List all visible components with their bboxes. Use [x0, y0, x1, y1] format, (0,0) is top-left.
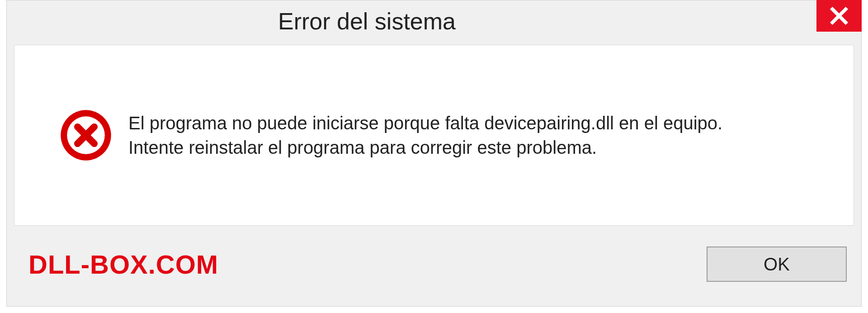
message-block: El programa no puede iniciarse porque fa…	[128, 111, 722, 160]
error-dialog: Error del sistema El programa no puede i…	[6, 0, 862, 307]
watermark-text: DLL-BOX.COM	[28, 249, 218, 280]
content-area: El programa no puede iniciarse porque fa…	[14, 45, 854, 226]
ok-button[interactable]: OK	[707, 247, 847, 282]
titlebar: Error del sistema	[7, 0, 861, 42]
close-icon	[829, 6, 849, 26]
error-icon	[60, 109, 112, 161]
message-line-2: Intente reinstalar el programa para corr…	[128, 135, 722, 160]
message-line-1: El programa no puede iniciarse porque fa…	[128, 111, 722, 135]
dialog-title: Error del sistema	[278, 8, 456, 35]
dialog-footer: DLL-BOX.COM OK	[7, 226, 861, 303]
close-button[interactable]	[816, 0, 862, 32]
